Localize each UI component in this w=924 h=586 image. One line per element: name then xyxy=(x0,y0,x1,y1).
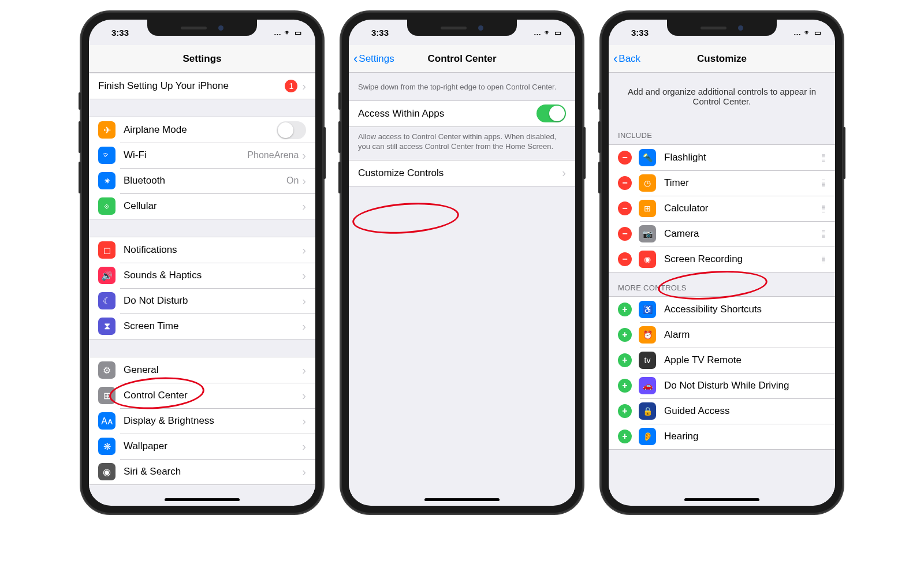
chevron-right-icon: › xyxy=(562,166,566,180)
screen-recording-icon: ◉ xyxy=(639,251,656,268)
chevron-right-icon: › xyxy=(302,440,306,453)
cell-label: Do Not Disturb While Driving xyxy=(664,380,826,391)
add-button[interactable]: + xyxy=(618,353,632,367)
row-do-not-disturb-while-driving[interactable]: +🚗 Do Not Disturb While Driving xyxy=(609,373,835,398)
battery-icon: ▭ xyxy=(554,28,561,37)
row-bluetooth[interactable]: ⁕ BluetoothOn› xyxy=(89,168,315,193)
chevron-right-icon: › xyxy=(302,200,306,213)
cell-label: Timer xyxy=(664,177,822,189)
phone-3: 3:33 … ᯤ ▭ ‹ Back Customize Add and orga… xyxy=(601,12,843,514)
cell-label: Airplane Mode xyxy=(124,124,277,136)
cell-label: Screen Time xyxy=(124,320,302,332)
row-wallpaper[interactable]: ❋ Wallpaper› xyxy=(89,434,315,459)
cell-label: Screen Recording xyxy=(664,253,822,265)
row-camera[interactable]: −📷 Camera≡≡≡ xyxy=(609,221,835,247)
row-airplane-mode[interactable]: ✈ Airplane Mode xyxy=(89,117,315,143)
home-indicator[interactable] xyxy=(424,498,500,501)
row-customize-controls[interactable]: Customize Controls › xyxy=(349,161,575,186)
reorder-handle-icon[interactable]: ≡≡≡ xyxy=(822,180,826,186)
sounds-haptics-icon: 🔊 xyxy=(98,267,116,284)
chevron-left-icon: ‹ xyxy=(353,51,357,66)
row-siri-search[interactable]: ◉ Siri & Search› xyxy=(89,459,315,484)
row-access-within-apps[interactable]: Access Within Apps xyxy=(349,101,575,126)
bluetooth-icon: ⁕ xyxy=(98,172,116,189)
row-guided-access[interactable]: +🔒 Guided Access xyxy=(609,398,835,424)
cell-label: Cellular xyxy=(124,200,302,212)
do-not-disturb-while-driving-icon: 🚗 xyxy=(639,377,656,394)
row-calculator[interactable]: −⊞ Calculator≡≡≡ xyxy=(609,196,835,221)
wallpaper-icon: ❋ xyxy=(98,438,116,455)
timer-icon: ◷ xyxy=(639,174,656,192)
row-control-center[interactable]: ⊞ Control Center› xyxy=(89,383,315,408)
wifi-icon: ᯤ xyxy=(284,28,292,37)
add-button[interactable]: + xyxy=(618,430,632,443)
nav-back-label: Settings xyxy=(359,53,394,65)
remove-button[interactable]: − xyxy=(618,201,632,215)
remove-button[interactable]: − xyxy=(618,252,632,266)
notifications-icon: ◻ xyxy=(98,241,116,259)
remove-button[interactable]: − xyxy=(618,151,632,165)
cell-label: Do Not Disturb xyxy=(124,295,302,307)
chevron-right-icon: › xyxy=(302,174,306,188)
row-finish-setup[interactable]: Finish Setting Up Your iPhone 1 › xyxy=(89,73,315,99)
toggle-switch[interactable] xyxy=(536,104,566,122)
flashlight-icon: 🔦 xyxy=(639,149,656,166)
row-hearing[interactable]: +👂 Hearing xyxy=(609,424,835,449)
status-time: 3:33 xyxy=(363,28,397,38)
row-screen-recording[interactable]: −◉ Screen Recording≡≡≡ xyxy=(609,247,835,272)
reorder-handle-icon[interactable]: ≡≡≡ xyxy=(822,154,826,161)
remove-button[interactable]: − xyxy=(618,176,632,190)
row-cellular[interactable]: ⟐ Cellular› xyxy=(89,193,315,219)
cell-label: Calculator xyxy=(664,203,822,214)
control-center-icon: ⊞ xyxy=(98,387,116,404)
add-button[interactable]: + xyxy=(618,303,632,316)
do-not-disturb-icon: ☾ xyxy=(98,292,116,309)
cell-label: Wallpaper xyxy=(124,441,302,452)
home-indicator[interactable] xyxy=(684,498,759,501)
cell-label: Siri & Search xyxy=(124,466,302,477)
reorder-handle-icon[interactable]: ≡≡≡ xyxy=(822,230,826,237)
row-timer[interactable]: −◷ Timer≡≡≡ xyxy=(609,170,835,196)
row-accessibility-shortcuts[interactable]: +♿ Accessibility Shortcuts xyxy=(609,297,835,322)
nav-bar: Settings xyxy=(89,45,315,73)
row-screen-time[interactable]: ⧗ Screen Time› xyxy=(89,313,315,339)
cell-label: Accessibility Shortcuts xyxy=(664,304,826,315)
home-indicator[interactable] xyxy=(165,498,240,501)
toggle-switch[interactable] xyxy=(277,121,306,139)
section-description: Swipe down from the top-right edge to op… xyxy=(349,73,575,100)
add-button[interactable]: + xyxy=(618,379,632,393)
cell-label: Alarm xyxy=(664,329,826,341)
reorder-handle-icon[interactable]: ≡≡≡ xyxy=(822,205,826,212)
remove-button[interactable]: − xyxy=(618,227,632,241)
chevron-right-icon: › xyxy=(302,244,306,257)
row-alarm[interactable]: +⏰ Alarm xyxy=(609,322,835,348)
nav-bar: ‹ Back Customize xyxy=(609,45,835,73)
add-button[interactable]: + xyxy=(618,328,632,342)
add-button[interactable]: + xyxy=(618,404,632,418)
chevron-right-icon: › xyxy=(302,294,306,308)
section-intro: Add and organize additional controls to … xyxy=(609,73,835,120)
cellular-icon: ⟐ xyxy=(98,197,116,215)
reorder-handle-icon[interactable]: ≡≡≡ xyxy=(822,256,826,263)
row-general[interactable]: ⚙ General› xyxy=(89,357,315,383)
nav-back-button[interactable]: ‹ Back xyxy=(613,51,640,66)
signal-icon: … xyxy=(534,28,541,37)
row-wi-fi[interactable]: ᯤ Wi-FiPhoneArena› xyxy=(89,143,315,168)
cell-label: Flashlight xyxy=(664,152,822,163)
section-header-include: Include xyxy=(609,120,835,144)
row-sounds-haptics[interactable]: 🔊 Sounds & Haptics› xyxy=(89,263,315,288)
row-display-brightness[interactable]: Aᴀ Display & Brightness› xyxy=(89,408,315,434)
hearing-icon: 👂 xyxy=(639,428,656,445)
alarm-icon: ⏰ xyxy=(639,326,656,344)
nav-back-button[interactable]: ‹ Settings xyxy=(353,51,394,66)
row-do-not-disturb[interactable]: ☾ Do Not Disturb› xyxy=(89,288,315,313)
chevron-right-icon: › xyxy=(302,415,306,428)
nav-title: Customize xyxy=(697,53,747,65)
screen-time-icon: ⧗ xyxy=(98,318,116,335)
row-apple-tv-remote[interactable]: +tv Apple TV Remote xyxy=(609,348,835,373)
row-flashlight[interactable]: −🔦 Flashlight≡≡≡ xyxy=(609,145,835,170)
accessibility-shortcuts-icon: ♿ xyxy=(639,301,656,318)
chevron-right-icon: › xyxy=(302,269,306,282)
row-notifications[interactable]: ◻ Notifications› xyxy=(89,237,315,263)
chevron-right-icon: › xyxy=(302,149,306,162)
